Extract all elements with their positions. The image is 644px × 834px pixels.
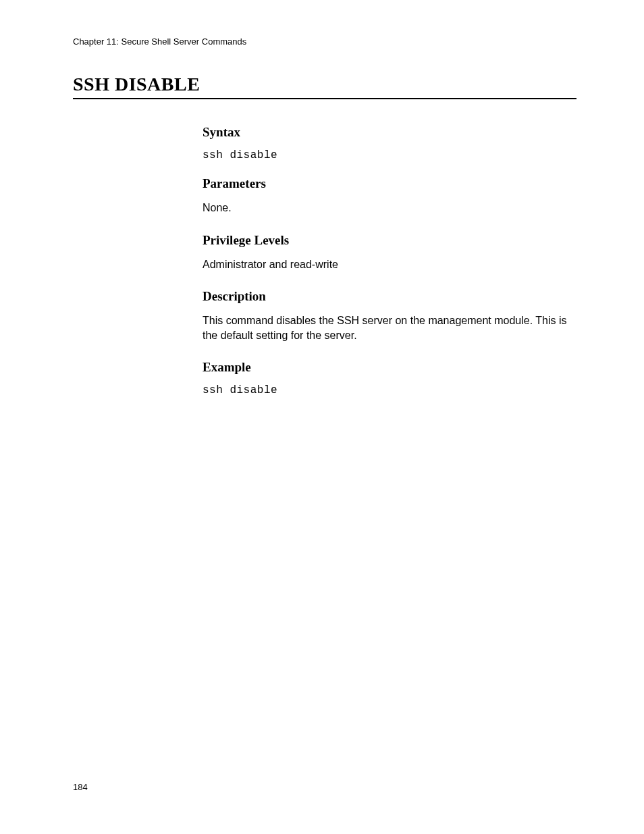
command-title: SSH DISABLE xyxy=(73,74,576,99)
syntax-heading: Syntax xyxy=(203,125,576,140)
example-code: ssh disable xyxy=(203,384,576,396)
document-page: Chapter 11: Secure Shell Server Commands… xyxy=(0,0,644,834)
content-block: Syntax ssh disable Parameters None. Priv… xyxy=(203,125,576,396)
parameters-text: None. xyxy=(203,201,576,215)
privilege-text: Administrator and read-write xyxy=(203,257,576,272)
syntax-code: ssh disable xyxy=(203,149,576,161)
example-heading: Example xyxy=(203,360,576,375)
parameters-heading: Parameters xyxy=(203,176,576,191)
page-number: 184 xyxy=(73,782,88,792)
description-text: This command disables the SSH server on … xyxy=(203,313,576,342)
chapter-header: Chapter 11: Secure Shell Server Commands xyxy=(73,36,576,47)
description-heading: Description xyxy=(203,289,576,304)
privilege-heading: Privilege Levels xyxy=(203,233,576,248)
